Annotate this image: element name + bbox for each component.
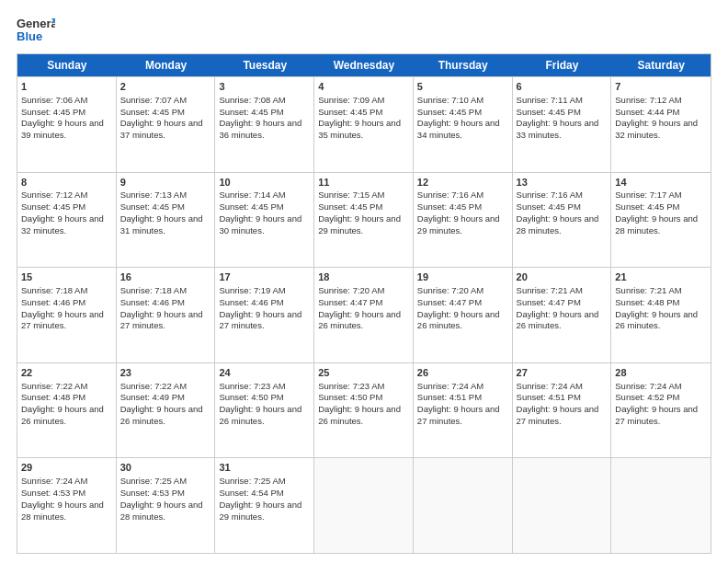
day-number: 18: [318, 270, 409, 284]
table-row: 28 Sunrise: 7:24 AM Sunset: 4:52 PM Dayl…: [611, 363, 711, 458]
logo-svg: General Blue: [17, 15, 55, 46]
sunrise-time: Sunrise: 7:09 AM: [318, 95, 384, 105]
sunrise-time: Sunrise: 7:21 AM: [517, 285, 583, 295]
sunset-time: Sunset: 4:49 PM: [120, 392, 185, 402]
sunrise-time: Sunrise: 7:15 AM: [318, 190, 384, 200]
table-row: 16 Sunrise: 7:18 AM Sunset: 4:46 PM Dayl…: [117, 268, 216, 362]
daylight-hours: Daylight: 9 hours and 32 minutes.: [21, 213, 104, 236]
daylight-hours: Daylight: 9 hours and 26 minutes.: [21, 404, 104, 426]
day-number: 3: [219, 80, 310, 94]
svg-text:Blue: Blue: [17, 29, 42, 43]
header-day-monday: Monday: [117, 54, 216, 76]
daylight-hours: Daylight: 9 hours and 30 minutes.: [219, 213, 301, 236]
daylight-hours: Daylight: 9 hours and 27 minutes.: [219, 309, 301, 331]
sunset-time: Sunset: 4:45 PM: [21, 201, 85, 212]
sunrise-time: Sunrise: 7:12 AM: [21, 190, 87, 200]
sunrise-time: Sunrise: 7:11 AM: [517, 95, 583, 105]
header-day-wednesday: Wednesday: [314, 54, 414, 76]
sunrise-time: Sunrise: 7:06 AM: [21, 95, 87, 105]
sunset-time: Sunset: 4:45 PM: [517, 201, 581, 212]
table-row: 22 Sunrise: 7:22 AM Sunset: 4:48 PM Dayl…: [17, 363, 117, 458]
table-row: 27 Sunrise: 7:24 AM Sunset: 4:51 PM Dayl…: [513, 363, 612, 458]
table-row: 2 Sunrise: 7:07 AM Sunset: 4:45 PM Dayli…: [117, 77, 216, 172]
day-number: 31: [219, 461, 310, 475]
day-number: 26: [417, 366, 508, 380]
sunset-time: Sunset: 4:45 PM: [318, 107, 382, 117]
day-number: 10: [219, 176, 310, 190]
sunrise-time: Sunrise: 7:20 AM: [417, 285, 483, 295]
day-number: 1: [21, 80, 112, 94]
day-number: 24: [219, 366, 310, 380]
header-day-saturday: Saturday: [611, 54, 711, 76]
table-row: 30 Sunrise: 7:25 AM Sunset: 4:53 PM Dayl…: [117, 458, 216, 553]
table-row: 1 Sunrise: 7:06 AM Sunset: 4:45 PM Dayli…: [17, 77, 117, 172]
week-4: 22 Sunrise: 7:22 AM Sunset: 4:48 PM Dayl…: [17, 362, 711, 458]
sunrise-time: Sunrise: 7:08 AM: [219, 95, 285, 105]
sunrise-time: Sunrise: 7:21 AM: [615, 285, 681, 295]
sunset-time: Sunset: 4:45 PM: [21, 107, 85, 117]
page: General Blue SundayMondayTuesdayWednesda…: [0, 0, 728, 563]
daylight-hours: Daylight: 9 hours and 28 minutes.: [517, 213, 599, 236]
sunrise-time: Sunrise: 7:18 AM: [120, 285, 187, 295]
table-row: 29 Sunrise: 7:24 AM Sunset: 4:53 PM Dayl…: [17, 458, 117, 553]
table-row: 15 Sunrise: 7:18 AM Sunset: 4:46 PM Dayl…: [17, 268, 117, 362]
table-row: 10 Sunrise: 7:14 AM Sunset: 4:45 PM Dayl…: [215, 173, 314, 268]
daylight-hours: Daylight: 9 hours and 27 minutes.: [417, 404, 500, 426]
day-number: 4: [318, 80, 409, 94]
table-row: 14 Sunrise: 7:17 AM Sunset: 4:45 PM Dayl…: [611, 173, 711, 268]
sunrise-time: Sunrise: 7:13 AM: [120, 190, 187, 200]
day-number: 16: [120, 270, 211, 284]
sunrise-time: Sunrise: 7:23 AM: [219, 381, 285, 391]
sunset-time: Sunset: 4:50 PM: [219, 392, 283, 402]
sunset-time: Sunset: 4:47 PM: [417, 297, 482, 307]
sunset-time: Sunset: 4:47 PM: [318, 297, 382, 307]
table-row: 3 Sunrise: 7:08 AM Sunset: 4:45 PM Dayli…: [215, 77, 314, 172]
day-number: 17: [219, 270, 310, 284]
sunrise-time: Sunrise: 7:25 AM: [120, 476, 187, 486]
calendar-body: 1 Sunrise: 7:06 AM Sunset: 4:45 PM Dayli…: [17, 76, 711, 553]
day-number: 13: [517, 176, 608, 190]
sunset-time: Sunset: 4:46 PM: [219, 297, 283, 307]
daylight-hours: Daylight: 9 hours and 36 minutes.: [219, 118, 301, 140]
daylight-hours: Daylight: 9 hours and 28 minutes.: [615, 213, 698, 236]
daylight-hours: Daylight: 9 hours and 34 minutes.: [417, 118, 500, 140]
daylight-hours: Daylight: 9 hours and 29 minutes.: [219, 500, 301, 522]
sunrise-time: Sunrise: 7:20 AM: [318, 285, 384, 295]
sunrise-time: Sunrise: 7:10 AM: [417, 95, 483, 105]
table-row: 7 Sunrise: 7:12 AM Sunset: 4:44 PM Dayli…: [611, 77, 711, 172]
day-number: 28: [615, 366, 707, 380]
daylight-hours: Daylight: 9 hours and 26 minutes.: [615, 309, 698, 331]
sunrise-time: Sunrise: 7:24 AM: [615, 381, 681, 391]
day-number: 27: [517, 366, 608, 380]
table-row: 11 Sunrise: 7:15 AM Sunset: 4:45 PM Dayl…: [314, 173, 414, 268]
sunrise-time: Sunrise: 7:14 AM: [219, 190, 285, 200]
sunset-time: Sunset: 4:45 PM: [219, 107, 283, 117]
sunrise-time: Sunrise: 7:24 AM: [21, 476, 87, 486]
table-row: 8 Sunrise: 7:12 AM Sunset: 4:45 PM Dayli…: [17, 173, 117, 268]
sunset-time: Sunset: 4:44 PM: [615, 107, 679, 117]
sunset-time: Sunset: 4:54 PM: [219, 488, 283, 498]
day-number: 23: [120, 366, 211, 380]
day-number: 21: [615, 270, 707, 284]
header: General Blue: [17, 15, 711, 46]
day-number: 7: [615, 80, 707, 94]
sunset-time: Sunset: 4:46 PM: [21, 297, 85, 307]
table-row: 17 Sunrise: 7:19 AM Sunset: 4:46 PM Dayl…: [215, 268, 314, 362]
day-number: 29: [21, 461, 112, 475]
daylight-hours: Daylight: 9 hours and 26 minutes.: [219, 404, 301, 426]
day-number: 2: [120, 80, 211, 94]
sunset-time: Sunset: 4:51 PM: [517, 392, 581, 402]
table-row: 25 Sunrise: 7:23 AM Sunset: 4:50 PM Dayl…: [314, 363, 414, 458]
sunset-time: Sunset: 4:45 PM: [517, 107, 581, 117]
calendar-header: SundayMondayTuesdayWednesdayThursdayFrid…: [17, 54, 711, 76]
sunrise-time: Sunrise: 7:25 AM: [219, 476, 285, 486]
sunset-time: Sunset: 4:45 PM: [219, 201, 283, 212]
sunset-time: Sunset: 4:50 PM: [318, 392, 382, 402]
table-row: 20 Sunrise: 7:21 AM Sunset: 4:47 PM Dayl…: [513, 268, 612, 362]
day-number: 5: [417, 80, 508, 94]
daylight-hours: Daylight: 9 hours and 26 minutes.: [120, 404, 203, 426]
daylight-hours: Daylight: 9 hours and 39 minutes.: [21, 118, 104, 140]
sunset-time: Sunset: 4:45 PM: [417, 107, 482, 117]
table-row: 9 Sunrise: 7:13 AM Sunset: 4:45 PM Dayli…: [117, 173, 216, 268]
day-number: 12: [417, 176, 508, 190]
